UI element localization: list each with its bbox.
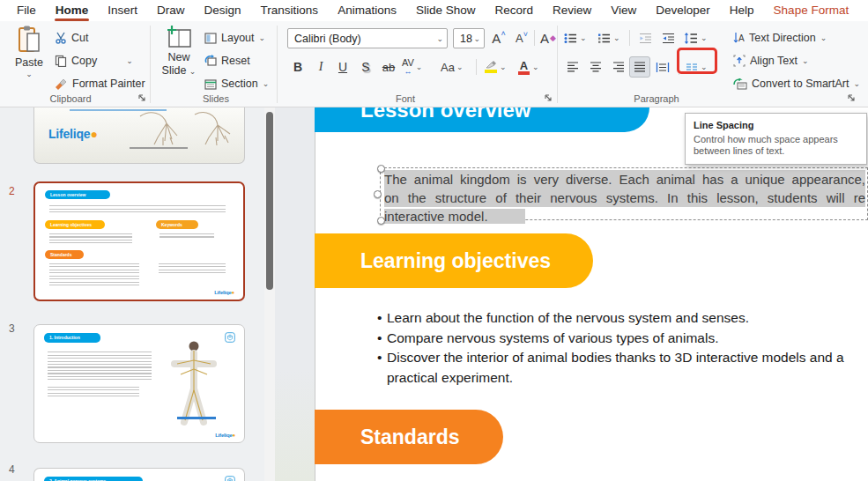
mini-text-block bbox=[159, 263, 226, 276]
decrease-indent-icon bbox=[639, 33, 652, 44]
convert-to-smartart-button[interactable]: Convert to SmartArt ⌄ bbox=[733, 73, 860, 94]
text-direction-label: Text Direction bbox=[749, 32, 816, 44]
eraser-icon: ◆ bbox=[550, 33, 556, 42]
copy-button[interactable]: Copy ⌄ bbox=[55, 50, 133, 71]
resize-handle-middle-left[interactable] bbox=[374, 190, 382, 198]
learning-objectives-banner[interactable]: Learning objectives bbox=[315, 233, 593, 288]
align-right-icon bbox=[612, 62, 625, 72]
new-slide-button[interactable]: New Slide ⌄ bbox=[159, 25, 199, 95]
thumbnail-slide-1[interactable]: Lifeliqe● bbox=[33, 107, 245, 164]
menu-shape-format[interactable]: Shape Format bbox=[764, 0, 859, 21]
new-slide-label-1: New bbox=[167, 51, 189, 64]
chevron-down-icon: ⌄ bbox=[613, 33, 620, 42]
menu-view[interactable]: View bbox=[601, 0, 646, 21]
slide-title-banner[interactable]: Lesson overview bbox=[315, 107, 649, 132]
menu-transitions[interactable]: Transitions bbox=[251, 0, 329, 21]
powerpoint-window: File Home Insert Draw Design Transitions… bbox=[0, 0, 868, 481]
chevron-down-icon: ⌄ bbox=[820, 33, 827, 42]
tooltip-body: Control how much space appears between l… bbox=[694, 134, 858, 157]
slides-group-label: Slides bbox=[167, 93, 264, 104]
convert-to-smartart-label: Convert to SmartArt bbox=[752, 78, 849, 90]
font-dialog-launcher[interactable] bbox=[543, 92, 553, 103]
align-center-icon bbox=[590, 62, 602, 72]
distribute-text-button[interactable] bbox=[652, 56, 673, 78]
columns-icon bbox=[686, 62, 698, 72]
increase-font-size-button[interactable]: A˄ bbox=[488, 27, 509, 48]
menu-developer[interactable]: Developer bbox=[646, 0, 720, 21]
paragraph-dialog-launcher[interactable] bbox=[846, 92, 857, 103]
cut-button[interactable]: Cut bbox=[55, 27, 88, 48]
reset-icon bbox=[204, 55, 217, 67]
thumbnail-slide-2[interactable]: Lesson overview Learning objectives Keyw… bbox=[33, 181, 245, 301]
format-painter-icon bbox=[55, 78, 68, 90]
align-center-button[interactable] bbox=[585, 56, 606, 78]
layout-button[interactable]: Layout ⌄ bbox=[204, 27, 265, 48]
line-spacing-button[interactable]: ⌄ bbox=[684, 27, 708, 48]
resize-handle-bottom-left[interactable] bbox=[377, 217, 385, 225]
layout-label: Layout bbox=[221, 32, 255, 44]
thumbnail-scrollbar-thumb[interactable] bbox=[266, 112, 273, 290]
slide-number: 3 bbox=[9, 322, 15, 335]
align-text-icon bbox=[733, 55, 746, 67]
font-size-value: 18 bbox=[460, 33, 472, 45]
line-spacing-tooltip: Line Spacing Control how much space appe… bbox=[685, 113, 867, 165]
mini-banner-animal-nervous-systems: 2. Animal nervous systems bbox=[44, 477, 143, 481]
3d-model-icon bbox=[225, 332, 235, 343]
font-name-combobox[interactable]: Calibri (Body) ⌄ bbox=[287, 28, 448, 48]
menu-review[interactable]: Review bbox=[543, 0, 601, 21]
clear-formatting-button[interactable]: A◆ bbox=[538, 27, 559, 48]
bold-button[interactable]: B bbox=[287, 56, 308, 78]
menu-insert[interactable]: Insert bbox=[98, 0, 147, 21]
decrease-font-size-button[interactable]: A˅ bbox=[511, 27, 532, 48]
align-right-button[interactable] bbox=[608, 56, 629, 78]
italic-button[interactable]: I bbox=[310, 56, 331, 78]
text-direction-button[interactable]: A Text Direction ⌄ bbox=[733, 27, 827, 48]
menu-bar: File Home Insert Draw Design Transitions… bbox=[0, 0, 868, 21]
menu-file[interactable]: File bbox=[7, 0, 46, 21]
increase-indent-button[interactable] bbox=[657, 27, 679, 48]
justify-button[interactable] bbox=[629, 56, 650, 78]
menu-record[interactable]: Record bbox=[485, 0, 543, 21]
columns-button[interactable]: ⌄ bbox=[686, 56, 708, 78]
resize-handle-top-left[interactable] bbox=[377, 165, 385, 173]
menu-slide-show[interactable]: Slide Show bbox=[406, 0, 486, 21]
align-left-button[interactable] bbox=[562, 56, 583, 78]
thumbnail-slide-4[interactable]: 2. Animal nervous systems bbox=[33, 468, 245, 481]
menu-help[interactable]: Help bbox=[720, 0, 764, 21]
selected-textbox[interactable]: The animal kingdom is very diverse. Each… bbox=[380, 167, 868, 220]
text-shadow-button[interactable]: S bbox=[355, 56, 376, 78]
tooltip-title: Line Spacing bbox=[694, 120, 858, 130]
mini-text-block bbox=[48, 387, 139, 397]
menu-home[interactable]: Home bbox=[46, 0, 99, 21]
align-text-button[interactable]: Align Text ⌄ bbox=[733, 50, 809, 71]
reset-button[interactable]: Reset bbox=[204, 50, 250, 71]
format-painter-button[interactable]: Format Painter bbox=[55, 73, 145, 94]
underline-button[interactable]: U bbox=[332, 56, 353, 78]
numbering-button[interactable]: ⌄ bbox=[597, 27, 620, 48]
font-color-button[interactable]: A ⌄ bbox=[518, 56, 539, 78]
clipboard-dialog-launcher[interactable] bbox=[137, 92, 147, 103]
objectives-bullet-list[interactable]: Learn about the function of the nervous … bbox=[377, 308, 868, 388]
clipboard-group-label: Clipboard bbox=[18, 93, 123, 104]
bullets-button[interactable]: ⌄ bbox=[564, 27, 587, 48]
decrease-indent-button[interactable] bbox=[634, 27, 656, 48]
section-button[interactable]: Section ⌄ bbox=[204, 73, 269, 94]
standards-banner[interactable]: Standards bbox=[315, 410, 503, 464]
distribute-text-icon bbox=[656, 62, 670, 73]
justify-icon bbox=[634, 62, 646, 72]
character-spacing-button[interactable]: AV ↔ ⌄ bbox=[402, 56, 422, 78]
text-highlight-color-button[interactable]: ⌄ bbox=[485, 56, 507, 78]
mini-link-text bbox=[177, 417, 216, 419]
strikethrough-button[interactable]: ab bbox=[378, 56, 399, 78]
font-size-combobox[interactable]: 18 ⌄ bbox=[453, 28, 485, 48]
change-case-button[interactable]: Aa ⌄ bbox=[441, 56, 463, 78]
menu-design[interactable]: Design bbox=[195, 0, 251, 21]
chevron-down-icon: ⌄ bbox=[701, 63, 708, 71]
menu-draw[interactable]: Draw bbox=[147, 0, 195, 21]
thumbnail-slide-3[interactable]: 1. Introduction Lifeliqe● bbox=[33, 324, 245, 443]
skeleton-illustration bbox=[133, 107, 241, 150]
paste-button[interactable]: Paste ⌄ bbox=[9, 25, 49, 95]
text-direction-icon: A bbox=[733, 32, 745, 44]
menu-animations[interactable]: Animations bbox=[328, 0, 406, 21]
grow-font-letter: A bbox=[492, 31, 501, 46]
